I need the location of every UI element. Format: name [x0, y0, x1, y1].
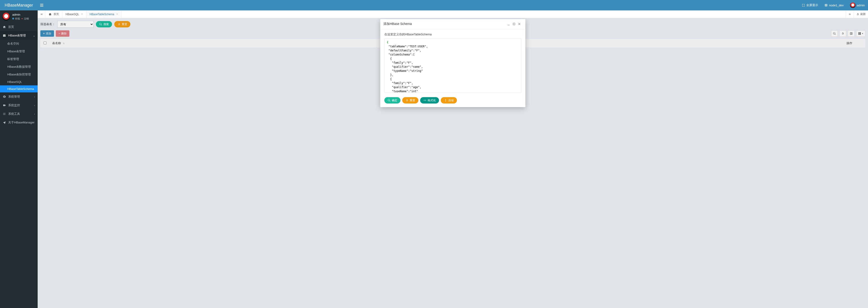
modal-compress-label: 压缩 — [448, 99, 454, 102]
maximize-icon — [513, 23, 516, 26]
compress-icon — [444, 99, 447, 102]
tab-close-button[interactable]: ✕ — [116, 13, 118, 15]
chevron-left-icon: ‹ — [34, 113, 35, 115]
sidebar-item-label: 关于HBaseManager — [8, 121, 34, 125]
fullscreen-toggle[interactable]: 全屏显示 — [799, 0, 821, 10]
modal-ok-button[interactable]: 确定 — [384, 97, 400, 103]
sidebar-item-5[interactable]: 关于HBaseManager — [0, 118, 38, 127]
modal-header[interactable]: 添加HBase Schema — [380, 19, 525, 29]
tab-history-back[interactable] — [38, 10, 45, 18]
database-icon — [825, 4, 828, 7]
fullscreen-label: 全屏显示 — [806, 3, 818, 7]
modal-title: 添加HBase Schema — [383, 22, 412, 26]
online-dot-icon — [12, 18, 14, 20]
tab-0[interactable]: 首页 — [45, 10, 62, 18]
hamburger-icon — [40, 5, 43, 5]
sidebar-item-1[interactable]: HBase表管理⌄ — [0, 31, 38, 40]
home-icon — [49, 13, 52, 16]
sidebar-item-label: 系统工具 — [8, 112, 20, 116]
modal-compress-button[interactable]: 压缩 — [441, 97, 457, 103]
minimize-icon — [507, 23, 510, 26]
tab-bar: 首页HBaseSQL✕HBaseTableSchema✕ 刷新 — [38, 10, 868, 18]
chevron-down-icon: ⌄ — [33, 34, 35, 37]
user-name-label: admin — [857, 4, 865, 7]
tab-label: 首页 — [54, 12, 59, 16]
modal-format-button[interactable]: 格式化 — [420, 97, 439, 103]
modal-mask: 添加HBase Schema 在这里定义你的HBaseTableSchema {… — [38, 18, 868, 308]
close-icon — [518, 23, 521, 26]
sidebar-menu: 首页HBase表管理⌄命名空间HBase表管理标签管理HBase表数据管理HBa… — [0, 23, 38, 127]
sidebar-item-3[interactable]: 系统监控‹ — [0, 101, 38, 110]
user-panel-avatar — [2, 13, 10, 21]
tab-history-forward[interactable] — [845, 10, 854, 18]
tab-refresh[interactable]: 刷新 — [854, 10, 868, 18]
sidebar-subitem-1-0[interactable]: 命名空间 — [0, 40, 38, 47]
sidebar-subitem-1-5[interactable]: HBaseSQL — [0, 78, 38, 85]
tab-1[interactable]: HBaseSQL✕ — [62, 10, 86, 18]
top-header: HBaseManager 全屏显示 node1_dev admin — [0, 0, 868, 10]
modal-reset-button[interactable]: 重置 — [402, 97, 418, 103]
code-icon — [423, 99, 427, 102]
tab-label: HBaseTableSchema — [90, 13, 114, 16]
chevron-left-icon: ‹ — [34, 96, 35, 98]
modal-minimize-button[interactable] — [506, 21, 511, 27]
user-menu[interactable]: admin — [847, 0, 868, 10]
sidebar: admin 在线 ➔ 注销 首页HBase表管理⌄命名空间HBase表管理标签管… — [0, 10, 38, 308]
modal-description: 在这里定义你的HBaseTableSchema — [384, 32, 521, 36]
bars-icon — [3, 112, 6, 115]
logout-link[interactable]: 注销 — [24, 17, 29, 21]
chevron-left-icon: ‹ — [34, 104, 35, 107]
refresh-icon — [856, 13, 859, 16]
content-area: 首页HBaseSQL✕HBaseTableSchema✕ 刷新 筛选表名： 所有… — [38, 10, 868, 308]
chevron-double-right-icon — [848, 13, 851, 16]
sidebar-item-label: 首页 — [8, 25, 14, 29]
sidebar-item-label: HBase表管理 — [8, 34, 26, 38]
modal-format-label: 格式化 — [428, 99, 436, 102]
modal-reset-label: 重置 — [410, 99, 415, 102]
sidebar-item-4[interactable]: 系统工具‹ — [0, 110, 38, 118]
sidebar-subitem-1-4[interactable]: HBase表快照管理 — [0, 71, 38, 78]
sidebar-item-label: 系统监控 — [8, 103, 20, 107]
sidebar-subitem-1-3[interactable]: HBase表数据管理 — [0, 63, 38, 71]
modal-body: 在这里定义你的HBaseTableSchema { "tableName":"T… — [380, 29, 525, 95]
reset-icon — [405, 99, 409, 102]
plane-icon — [3, 121, 6, 124]
sidebar-item-label: 系统管理 — [8, 95, 20, 99]
node-label: node1_dev — [829, 4, 843, 7]
tab-close-button[interactable]: ✕ — [81, 13, 83, 15]
page-body: 筛选表名： 所有 搜索 重置 + 添加 − 删除 — [38, 18, 868, 308]
user-status: 在线 ➔ 注销 — [12, 17, 29, 21]
online-label: 在线 — [15, 17, 20, 21]
modal-maximize-button[interactable] — [511, 21, 517, 27]
user-panel-name: admin — [12, 13, 29, 16]
chevron-double-left-icon — [40, 13, 43, 16]
modal-actions: 确定 重置 格式化 压缩 — [380, 95, 525, 107]
app-logo[interactable]: HBaseManager — [0, 0, 38, 10]
logout-arrow-icon: ➔ — [21, 17, 23, 20]
modal-close-button[interactable] — [517, 21, 522, 27]
sidebar-item-0[interactable]: 首页 — [0, 23, 38, 31]
sidebar-subitem-1-2[interactable]: 标签管理 — [0, 55, 38, 63]
user-avatar-icon — [850, 2, 856, 8]
user-panel-info: admin 在线 ➔ 注销 — [12, 13, 29, 21]
tabs-host: 首页HBaseSQL✕HBaseTableSchema✕ — [45, 10, 122, 18]
home-icon — [3, 25, 6, 29]
sidebar-item-2[interactable]: 系统管理‹ — [0, 92, 38, 101]
modal-ok-label: 确定 — [392, 99, 397, 102]
schema-code-editor[interactable]: { "tableName":"TEST:USER", "defaultFamil… — [384, 38, 521, 93]
search-icon — [388, 99, 391, 102]
user-panel: admin 在线 ➔ 注销 — [0, 10, 38, 23]
table-icon — [3, 34, 6, 37]
tab-refresh-label: 刷新 — [860, 12, 866, 16]
node-selector[interactable]: node1_dev — [821, 0, 847, 10]
sidebar-subitem-1-1[interactable]: HBase表管理 — [0, 47, 38, 55]
tab-2[interactable]: HBaseTableSchema✕ — [86, 10, 122, 18]
fullscreen-icon — [802, 4, 805, 7]
gear-icon — [3, 95, 6, 98]
sidebar-toggle[interactable] — [38, 0, 46, 10]
add-schema-modal: 添加HBase Schema 在这里定义你的HBaseTableSchema {… — [380, 19, 525, 107]
camera-icon — [3, 104, 6, 107]
sidebar-subitem-1-6[interactable]: HBaseTableSchema — [0, 85, 38, 92]
tab-label: HBaseSQL — [65, 13, 79, 16]
header-right: 全屏显示 node1_dev admin — [799, 0, 868, 10]
